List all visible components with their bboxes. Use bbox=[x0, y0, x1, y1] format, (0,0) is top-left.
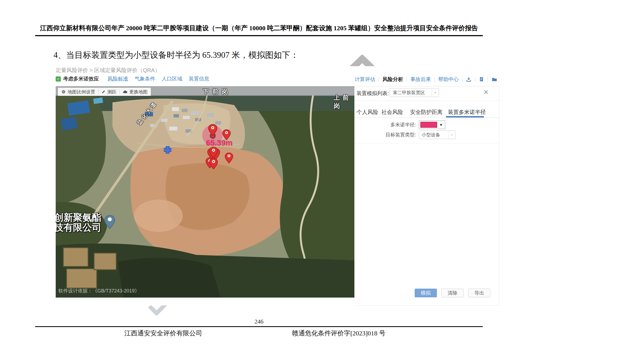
separator bbox=[475, 77, 475, 82]
switch-map-button[interactable]: 更换地图 bbox=[123, 89, 148, 95]
breadcrumb: 定量风险评价 > 区域定量风险评价（QRA） bbox=[56, 67, 160, 74]
folder-icon[interactable] bbox=[491, 77, 497, 82]
map-canvas[interactable]: 地图比例设置 测距 更换地图 下前岗 上前岗 盐化大道 创新聚氨酯 技有限公司 bbox=[56, 86, 354, 298]
clear-button[interactable]: 清除 bbox=[441, 289, 464, 297]
device-list-selected-value: 苯二甲胺装置区 bbox=[390, 90, 431, 96]
body-paragraph: 4、当目标装置类型为小型设备时半径为 65.3907 米，模拟图如下： bbox=[54, 49, 299, 61]
map-watermark: 软件设计依据：《GB/T37243-2019》 bbox=[58, 288, 139, 294]
separator bbox=[119, 89, 120, 94]
device-list-label: 装置模拟列表: bbox=[357, 90, 389, 97]
panel-button-row: 模拟 清除 导出 bbox=[415, 289, 490, 297]
separator bbox=[434, 77, 435, 82]
simulation-panel: 装置模拟列表: 苯二甲胺装置区 ▾ × 个人风险 社会风险 安全防护距离 装置多… bbox=[354, 86, 499, 306]
measure-distance-button[interactable]: 测距 bbox=[101, 89, 117, 95]
toolbar-calc-eval[interactable]: 计算评估 bbox=[355, 76, 375, 83]
tab-social-risk[interactable]: 社会风险 bbox=[381, 109, 403, 116]
domino-effect-checkbox[interactable]: ✓ bbox=[56, 76, 61, 82]
cloud-icon bbox=[123, 90, 128, 94]
link-risk-standard[interactable]: 风险标准 bbox=[108, 75, 128, 82]
place-label-shangqiangang: 上前岗 bbox=[334, 93, 354, 110]
divider bbox=[354, 117, 499, 118]
tab-safety-distance[interactable]: 安全防护距离 bbox=[410, 109, 443, 116]
separator bbox=[379, 77, 379, 82]
report-header-title: 江西仰立新材料有限公司年产 20000 吨苯二甲胺等项目建设（一期（年产 100… bbox=[35, 24, 483, 36]
page-number: 246 bbox=[35, 318, 483, 325]
active-tab-indicator bbox=[446, 116, 484, 117]
pink-color-swatch bbox=[420, 122, 437, 128]
download-icon[interactable] bbox=[466, 77, 471, 82]
satellite-imagery bbox=[56, 86, 354, 298]
divider bbox=[354, 143, 499, 143]
qra-app-screenshot: 定量风险评价 > 区域定量风险评价（QRA） ✓ 考虑多米诺效应 风险标准 气象… bbox=[56, 66, 499, 305]
separator bbox=[98, 89, 98, 94]
export-button[interactable]: 导出 bbox=[468, 289, 490, 297]
separator bbox=[407, 77, 407, 82]
chevron-down-icon[interactable]: ▾ bbox=[431, 89, 439, 97]
link-weather[interactable]: 气象条件 bbox=[135, 75, 155, 82]
separator bbox=[488, 77, 488, 82]
report-page: 江西仰立新材料有限公司年产 20000 吨苯二甲胺等项目建设（一期（年产 100… bbox=[0, 0, 635, 364]
link-population[interactable]: 人口区域 bbox=[162, 75, 182, 82]
target-type-selected-value: 小型设备 bbox=[419, 132, 448, 138]
device-list-select[interactable]: 苯二甲胺装置区 ▾ bbox=[389, 88, 439, 97]
domino-radius-value-label: 65.39m bbox=[206, 139, 232, 147]
target-type-select[interactable]: 小型设备 ▾ bbox=[419, 130, 456, 139]
tab-device-domino-radius[interactable]: 装置多米诺半径 bbox=[448, 109, 486, 116]
target-type-label: 目标装置类型: bbox=[354, 132, 416, 138]
document-icon[interactable] bbox=[479, 77, 484, 82]
domino-radius-label: 多米诺半径: bbox=[354, 122, 416, 128]
options-row: ✓ 考虑多米诺效应 风险标准 气象条件 人口区域 装置信息 bbox=[56, 75, 209, 82]
chevron-down-icon[interactable]: ▾ bbox=[448, 131, 455, 139]
footer-document-number: 赣通危化条件评价字[2023]018 号 bbox=[292, 329, 385, 338]
map-scale-settings-button[interactable]: 地图比例设置 bbox=[61, 89, 95, 95]
gear-icon bbox=[61, 89, 66, 94]
pencil-icon bbox=[101, 90, 106, 94]
place-label-xiaqiangang: 下前岗 bbox=[203, 87, 231, 96]
toolbar-risk-analysis[interactable]: 风险分析 bbox=[383, 76, 403, 83]
toolbar-accident-consequence[interactable]: 事故后果 bbox=[410, 76, 431, 83]
tab-personal-risk[interactable]: 个人风险 bbox=[357, 109, 378, 116]
simulate-button[interactable]: 模拟 bbox=[415, 289, 437, 297]
target-type-row: 目标装置类型: 小型设备 ▾ bbox=[354, 130, 456, 139]
footer-rule bbox=[35, 326, 483, 327]
separator bbox=[462, 77, 463, 82]
radius-color-dropdown[interactable]: ▼ bbox=[419, 120, 445, 129]
company-label: 创新聚氨酯 技有限公司 bbox=[56, 213, 101, 232]
domino-effect-label: 考虑多米诺效应 bbox=[63, 75, 99, 82]
chevron-down-icon: ▼ bbox=[437, 123, 445, 127]
close-icon[interactable]: × bbox=[484, 88, 488, 96]
map-toolbar: 地图比例设置 测距 更换地图 bbox=[58, 88, 151, 96]
divider bbox=[354, 100, 499, 101]
domino-radius-row: 多米诺半径: ▼ bbox=[354, 120, 445, 129]
link-device-info[interactable]: 装置信息 bbox=[189, 75, 209, 82]
config-links: 风险标准 气象条件 人口区域 装置信息 bbox=[108, 75, 209, 82]
app-toolbar: 计算评估 风险分析 事故后果 帮助中心 bbox=[355, 76, 497, 83]
toolbar-help-center[interactable]: 帮助中心 bbox=[438, 76, 459, 83]
footer-company: 江西通安安全评价有限公司 bbox=[124, 329, 202, 338]
